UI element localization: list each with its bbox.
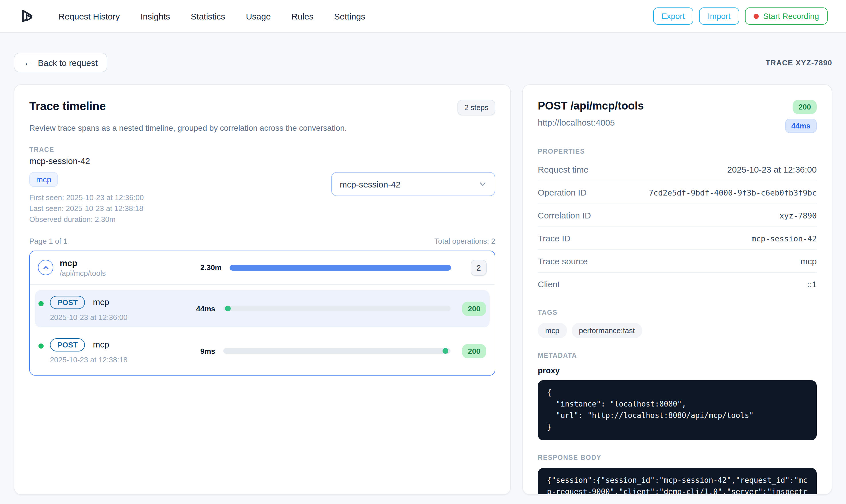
span2-method-pill: POST	[50, 338, 85, 351]
session-select[interactable]: mcp-session-42	[331, 172, 495, 196]
span1-name: mcp	[93, 297, 109, 306]
nav-item-rules[interactable]: Rules	[292, 11, 314, 21]
timeline-description: Review trace spans as a nested timeline,…	[29, 123, 495, 132]
trace-reference-label: TRACE XYZ-7890	[766, 58, 832, 67]
trace-name: mcp-session-42	[29, 156, 495, 166]
group-count-badge: 2	[471, 259, 487, 275]
response-body-block: {"session":{"session_id":"mcp-session-42…	[538, 468, 817, 495]
trace-group-row[interactable]: mcp /api/mcp/tools 2.30m 2	[30, 251, 495, 285]
property-label: Client	[538, 279, 560, 289]
metadata-section: METADATA proxy { "instance": "localhost:…	[538, 352, 817, 440]
trace-seen-info: First seen: 2025-10-23 at 12:36:00 Last …	[29, 193, 144, 225]
span2-bar	[223, 348, 451, 354]
export-button-label: Export	[661, 12, 685, 21]
group-duration: 2.30m	[189, 263, 222, 272]
span1-status-badge: 200	[462, 301, 486, 316]
detail-status-badge: 200	[793, 100, 817, 114]
import-button-label: Import	[708, 12, 730, 21]
metadata-json-block: { "instance": "localhost:8080", "url": "…	[538, 380, 817, 440]
metadata-label: METADATA	[538, 352, 817, 359]
group-bar	[229, 265, 451, 270]
trace-source-chip: mcp	[29, 172, 58, 187]
collapse-toggle-button[interactable]	[38, 260, 53, 275]
chevron-down-icon	[479, 180, 487, 188]
property-value: ::1	[807, 279, 817, 289]
app-logo-icon[interactable]	[18, 7, 36, 25]
export-button[interactable]: Export	[653, 7, 693, 25]
record-dot-icon	[753, 14, 758, 19]
tags-row: mcp performance:fast	[538, 323, 817, 338]
trace-timeline-card: Trace timeline 2 steps Review trace span…	[14, 84, 511, 495]
request-detail-card: POST /api/mcp/tools http://localhost:400…	[522, 84, 832, 495]
property-row-trace-source: Trace source mcp	[538, 250, 817, 273]
group-path: /api/mcp/tools	[60, 269, 106, 277]
span-row-2[interactable]: POST mcp 2025-10-23 at 12:38:18 9ms	[35, 332, 489, 370]
timeline-title: Trace timeline	[29, 100, 106, 113]
detail-header-left: POST /api/mcp/tools http://localhost:400…	[538, 100, 644, 133]
property-label: Correlation ID	[538, 211, 591, 220]
app-viewport: Request History Insights Statistics Usag…	[0, 0, 846, 504]
top-nav: Request History Insights Statistics Usag…	[0, 0, 846, 33]
response-body-label: RESPONSE BODY	[538, 454, 817, 461]
nav-item-insights[interactable]: Insights	[140, 11, 170, 21]
property-label: Operation ID	[538, 187, 587, 197]
property-value: mcp-session-42	[751, 234, 817, 243]
nav-item-statistics[interactable]: Statistics	[191, 11, 225, 21]
steps-badge: 2 steps	[457, 100, 495, 115]
property-label: Trace source	[538, 256, 588, 266]
nav-item-settings[interactable]: Settings	[334, 11, 365, 21]
span1-left: POST mcp 2025-10-23 at 12:36:00	[38, 295, 175, 321]
span2-bar-fill	[442, 348, 448, 354]
span1-bar	[223, 306, 451, 311]
span-row-1[interactable]: POST mcp 2025-10-23 at 12:36:00 44ms	[35, 290, 489, 327]
detail-badges: 200 44ms	[785, 100, 817, 133]
nav-item-request-history[interactable]: Request History	[58, 11, 120, 21]
property-row-client: Client ::1	[538, 273, 817, 295]
last-seen-text: Last seen: 2025-10-23 at 12:38:18	[29, 203, 144, 214]
nav-item-usage[interactable]: Usage	[246, 11, 271, 21]
property-row-operation-id: Operation ID 7cd2e5df-9bdf-4000-9f3b-c6e…	[538, 181, 817, 204]
session-select-value: mcp-session-42	[340, 179, 401, 189]
property-value: 2025-10-23 at 12:36:00	[727, 165, 817, 174]
trace-section-label: TRACE	[29, 146, 495, 153]
main-content: ← Back to request TRACE XYZ-7890 Trace t…	[0, 53, 846, 495]
group-left: mcp /api/mcp/tools	[38, 258, 182, 277]
property-row-trace-id: Trace ID mcp-session-42	[538, 227, 817, 250]
back-arrow-icon: ←	[23, 57, 33, 68]
span1-bar-track	[223, 306, 451, 311]
tags-section: TAGS mcp performance:fast	[538, 309, 817, 338]
tag-pill-mcp: mcp	[538, 323, 567, 338]
back-row: ← Back to request TRACE XYZ-7890	[14, 53, 832, 72]
timeline-card-header: Trace timeline 2 steps	[29, 100, 495, 115]
detail-title: POST /api/mcp/tools	[538, 100, 644, 112]
first-seen-text: First seen: 2025-10-23 at 12:36:00	[29, 193, 144, 203]
total-operations: Total operations: 2	[434, 236, 495, 245]
nav-items: Request History Insights Statistics Usag…	[58, 11, 365, 21]
trace-group-box: mcp /api/mcp/tools 2.30m 2	[29, 250, 495, 375]
span1-duration: 44ms	[183, 304, 215, 313]
detail-duration-badge: 44ms	[785, 119, 817, 133]
trace-meta-left: mcp First seen: 2025-10-23 at 12:36:00 L…	[29, 172, 144, 225]
property-label: Trace ID	[538, 233, 570, 243]
start-recording-button[interactable]: Start Recording	[745, 7, 828, 25]
import-button[interactable]: Import	[699, 7, 739, 25]
status-dot-icon	[38, 301, 44, 306]
property-label: Request time	[538, 165, 589, 174]
observed-duration-text: Observed duration: 2.30m	[29, 214, 144, 225]
group-count-col: 2	[459, 259, 487, 275]
group-bar-fill	[229, 265, 451, 270]
property-row-correlation-id: Correlation ID xyz-7890	[538, 204, 817, 227]
trace-section: TRACE mcp-session-42 mcp First seen: 202…	[29, 146, 495, 225]
start-recording-label: Start Recording	[763, 12, 819, 21]
tag-pill-performance: performance:fast	[571, 323, 642, 338]
back-to-request-button[interactable]: ← Back to request	[14, 53, 107, 72]
span1-method-pill: POST	[50, 295, 85, 309]
trace-meta-row: mcp First seen: 2025-10-23 at 12:36:00 L…	[29, 172, 495, 225]
span2-left: POST mcp 2025-10-23 at 12:38:18	[38, 338, 175, 364]
properties-section: PROPERTIES Request time 2025-10-23 at 12…	[538, 148, 817, 295]
group-name: mcp	[60, 258, 106, 268]
detail-header: POST /api/mcp/tools http://localhost:400…	[538, 100, 817, 133]
span2-timestamp: 2025-10-23 at 12:38:18	[50, 355, 127, 364]
metadata-key: proxy	[538, 366, 817, 375]
span2-bar-track	[223, 348, 451, 354]
